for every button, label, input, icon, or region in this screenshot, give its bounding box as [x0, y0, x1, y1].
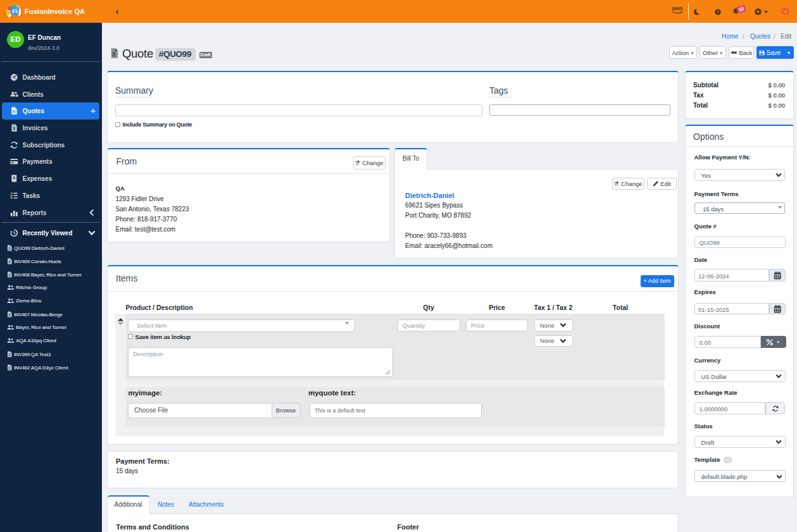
svg-text:?: ? [717, 9, 719, 14]
svg-text:$: $ [13, 176, 16, 180]
svg-text:Fi: Fi [12, 8, 17, 15]
